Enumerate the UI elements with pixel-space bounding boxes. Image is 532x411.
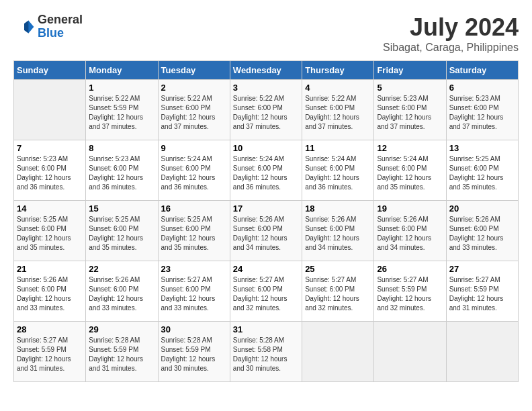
calendar-cell: 24Sunrise: 5:27 AM Sunset: 6:00 PM Dayli…	[230, 261, 302, 322]
day-number: 17	[233, 203, 299, 214]
day-number: 11	[305, 143, 371, 153]
calendar-cell	[302, 322, 374, 382]
calendar-cell: 3Sunrise: 5:22 AM Sunset: 6:00 PM Daylig…	[230, 80, 302, 140]
day-number: 12	[377, 143, 443, 153]
page-header: General Blue July 2024 Sibagat, Caraga, …	[13, 13, 519, 54]
calendar-cell: 15Sunrise: 5:25 AM Sunset: 6:00 PM Dayli…	[86, 201, 158, 261]
day-number: 23	[161, 264, 227, 274]
day-info: Sunrise: 5:26 AM Sunset: 6:00 PM Dayligh…	[449, 215, 515, 253]
day-number: 19	[377, 203, 443, 214]
calendar-cell: 8Sunrise: 5:23 AM Sunset: 6:00 PM Daylig…	[86, 140, 158, 201]
calendar-cell: 1Sunrise: 5:22 AM Sunset: 5:59 PM Daylig…	[86, 80, 158, 140]
logo-icon	[13, 16, 35, 38]
day-info: Sunrise: 5:22 AM Sunset: 6:00 PM Dayligh…	[161, 94, 227, 132]
column-header-sunday: Sunday	[14, 61, 86, 80]
day-info: Sunrise: 5:26 AM Sunset: 6:00 PM Dayligh…	[233, 215, 299, 253]
day-number: 16	[161, 203, 227, 214]
day-number: 9	[161, 143, 227, 153]
day-number: 6	[449, 83, 515, 93]
calendar-cell: 21Sunrise: 5:26 AM Sunset: 6:00 PM Dayli…	[14, 261, 86, 322]
day-info: Sunrise: 5:22 AM Sunset: 6:00 PM Dayligh…	[305, 94, 371, 132]
day-number: 27	[449, 264, 515, 274]
day-info: Sunrise: 5:26 AM Sunset: 6:00 PM Dayligh…	[89, 275, 154, 313]
column-header-wednesday: Wednesday	[230, 61, 302, 80]
day-info: Sunrise: 5:23 AM Sunset: 6:00 PM Dayligh…	[17, 154, 83, 192]
day-number: 18	[305, 203, 371, 214]
day-info: Sunrise: 5:22 AM Sunset: 5:59 PM Dayligh…	[89, 94, 154, 132]
calendar-cell: 26Sunrise: 5:27 AM Sunset: 5:59 PM Dayli…	[374, 261, 446, 322]
day-number: 8	[89, 143, 154, 153]
day-number: 15	[89, 203, 154, 214]
title-area: July 2024 Sibagat, Caraga, Philippines	[383, 13, 519, 54]
day-info: Sunrise: 5:28 AM Sunset: 5:58 PM Dayligh…	[233, 336, 299, 373]
day-info: Sunrise: 5:24 AM Sunset: 6:00 PM Dayligh…	[377, 154, 443, 192]
day-info: Sunrise: 5:24 AM Sunset: 6:00 PM Dayligh…	[305, 154, 371, 192]
calendar-cell: 11Sunrise: 5:24 AM Sunset: 6:00 PM Dayli…	[302, 140, 374, 201]
day-info: Sunrise: 5:24 AM Sunset: 6:00 PM Dayligh…	[161, 154, 227, 192]
calendar-cell: 22Sunrise: 5:26 AM Sunset: 6:00 PM Dayli…	[86, 261, 158, 322]
calendar-cell: 10Sunrise: 5:24 AM Sunset: 6:00 PM Dayli…	[230, 140, 302, 201]
subtitle: Sibagat, Caraga, Philippines	[383, 42, 519, 54]
day-number: 31	[233, 324, 299, 334]
day-info: Sunrise: 5:27 AM Sunset: 5:59 PM Dayligh…	[449, 275, 515, 313]
day-number: 29	[89, 324, 154, 334]
calendar-cell	[374, 322, 446, 382]
calendar-cell: 23Sunrise: 5:27 AM Sunset: 6:00 PM Dayli…	[158, 261, 230, 322]
day-number: 7	[17, 143, 83, 153]
column-header-tuesday: Tuesday	[158, 61, 230, 80]
calendar-cell: 14Sunrise: 5:25 AM Sunset: 6:00 PM Dayli…	[14, 201, 86, 261]
day-info: Sunrise: 5:26 AM Sunset: 6:00 PM Dayligh…	[377, 215, 443, 253]
calendar-cell: 19Sunrise: 5:26 AM Sunset: 6:00 PM Dayli…	[374, 201, 446, 261]
day-number: 14	[17, 203, 83, 214]
calendar-cell: 20Sunrise: 5:26 AM Sunset: 6:00 PM Dayli…	[446, 201, 518, 261]
logo: General Blue	[13, 13, 83, 40]
calendar-cell: 12Sunrise: 5:24 AM Sunset: 6:00 PM Dayli…	[374, 140, 446, 201]
day-info: Sunrise: 5:28 AM Sunset: 5:59 PM Dayligh…	[161, 336, 227, 373]
day-number: 30	[161, 324, 227, 334]
calendar-week-row: 28Sunrise: 5:27 AM Sunset: 5:59 PM Dayli…	[14, 322, 519, 382]
calendar-cell: 27Sunrise: 5:27 AM Sunset: 5:59 PM Dayli…	[446, 261, 518, 322]
day-info: Sunrise: 5:25 AM Sunset: 6:00 PM Dayligh…	[17, 215, 83, 253]
day-info: Sunrise: 5:23 AM Sunset: 6:00 PM Dayligh…	[377, 94, 443, 132]
calendar-week-row: 21Sunrise: 5:26 AM Sunset: 6:00 PM Dayli…	[14, 261, 519, 322]
day-info: Sunrise: 5:27 AM Sunset: 6:00 PM Dayligh…	[305, 275, 371, 313]
column-header-monday: Monday	[86, 61, 158, 80]
calendar-cell	[14, 80, 86, 140]
day-number: 25	[305, 264, 371, 274]
calendar-cell	[446, 322, 518, 382]
day-info: Sunrise: 5:22 AM Sunset: 6:00 PM Dayligh…	[233, 94, 299, 132]
calendar-cell: 16Sunrise: 5:25 AM Sunset: 6:00 PM Dayli…	[158, 201, 230, 261]
day-number: 4	[305, 83, 371, 93]
day-number: 1	[89, 83, 154, 93]
day-info: Sunrise: 5:27 AM Sunset: 6:00 PM Dayligh…	[233, 275, 299, 313]
calendar-cell: 28Sunrise: 5:27 AM Sunset: 5:59 PM Dayli…	[14, 322, 86, 382]
calendar-cell: 30Sunrise: 5:28 AM Sunset: 5:59 PM Dayli…	[158, 322, 230, 382]
day-info: Sunrise: 5:27 AM Sunset: 6:00 PM Dayligh…	[161, 275, 227, 313]
day-number: 22	[89, 264, 154, 274]
day-info: Sunrise: 5:25 AM Sunset: 6:00 PM Dayligh…	[449, 154, 515, 192]
calendar-cell: 6Sunrise: 5:23 AM Sunset: 6:00 PM Daylig…	[446, 80, 518, 140]
day-info: Sunrise: 5:24 AM Sunset: 6:00 PM Dayligh…	[233, 154, 299, 192]
day-info: Sunrise: 5:23 AM Sunset: 6:00 PM Dayligh…	[89, 154, 154, 192]
day-number: 2	[161, 83, 227, 93]
day-number: 24	[233, 264, 299, 274]
calendar-week-row: 14Sunrise: 5:25 AM Sunset: 6:00 PM Dayli…	[14, 201, 519, 261]
main-title: July 2024	[383, 13, 519, 42]
logo-text: General Blue	[38, 13, 83, 40]
calendar-cell: 31Sunrise: 5:28 AM Sunset: 5:58 PM Dayli…	[230, 322, 302, 382]
calendar-cell: 18Sunrise: 5:26 AM Sunset: 6:00 PM Dayli…	[302, 201, 374, 261]
day-number: 13	[449, 143, 515, 153]
calendar-cell: 4Sunrise: 5:22 AM Sunset: 6:00 PM Daylig…	[302, 80, 374, 140]
calendar-cell: 7Sunrise: 5:23 AM Sunset: 6:00 PM Daylig…	[14, 140, 86, 201]
calendar-cell: 29Sunrise: 5:28 AM Sunset: 5:59 PM Dayli…	[86, 322, 158, 382]
calendar-week-row: 1Sunrise: 5:22 AM Sunset: 5:59 PM Daylig…	[14, 80, 519, 140]
day-number: 5	[377, 83, 443, 93]
day-number: 21	[17, 264, 83, 274]
calendar-cell: 25Sunrise: 5:27 AM Sunset: 6:00 PM Dayli…	[302, 261, 374, 322]
column-header-friday: Friday	[374, 61, 446, 80]
column-header-thursday: Thursday	[302, 61, 374, 80]
day-info: Sunrise: 5:25 AM Sunset: 6:00 PM Dayligh…	[161, 215, 227, 253]
day-number: 26	[377, 264, 443, 274]
day-number: 28	[17, 324, 83, 334]
calendar-header-row: SundayMondayTuesdayWednesdayThursdayFrid…	[14, 61, 519, 80]
